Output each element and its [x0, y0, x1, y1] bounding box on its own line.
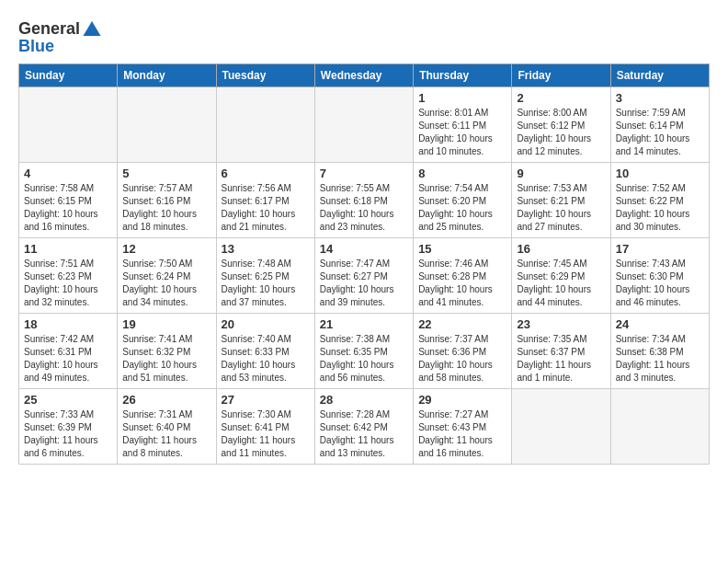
day-detail: Sunrise: 7:35 AMSunset: 6:37 PMDaylight:…	[517, 333, 605, 385]
logo-blue: Blue	[18, 37, 102, 56]
day-number: 12	[122, 242, 210, 256]
day-cell: 9Sunrise: 7:53 AMSunset: 6:21 PMDaylight…	[512, 163, 610, 238]
day-cell: 1Sunrise: 8:01 AMSunset: 6:11 PMDaylight…	[414, 87, 512, 163]
day-number: 8	[418, 167, 506, 180]
day-number: 17	[616, 242, 704, 256]
header-saturday: Saturday	[610, 64, 709, 87]
logo-container: General Blue	[18, 18, 102, 56]
day-cell: 27Sunrise: 7:30 AMSunset: 6:41 PMDayligh…	[216, 389, 314, 465]
day-detail: Sunrise: 7:55 AMSunset: 6:18 PMDaylight:…	[320, 182, 408, 234]
day-cell: 28Sunrise: 7:28 AMSunset: 6:42 PMDayligh…	[314, 389, 413, 465]
svg-marker-0	[84, 21, 101, 36]
day-number: 6	[222, 167, 310, 180]
day-number: 11	[24, 242, 112, 256]
day-cell: 10Sunrise: 7:52 AMSunset: 6:22 PMDayligh…	[610, 163, 709, 238]
day-detail: Sunrise: 7:58 AMSunset: 6:15 PMDaylight:…	[24, 182, 112, 234]
day-number: 18	[24, 317, 112, 331]
day-number: 10	[616, 167, 704, 180]
day-number: 26	[122, 393, 210, 407]
day-detail: Sunrise: 7:34 AMSunset: 6:38 PMDaylight:…	[616, 333, 704, 385]
day-cell: 17Sunrise: 7:43 AMSunset: 6:30 PMDayligh…	[610, 238, 709, 314]
day-detail: Sunrise: 8:01 AMSunset: 6:11 PMDaylight:…	[418, 107, 506, 158]
day-cell: 6Sunrise: 7:56 AMSunset: 6:17 PMDaylight…	[216, 163, 314, 238]
day-number: 4	[24, 167, 112, 180]
day-detail: Sunrise: 7:50 AMSunset: 6:24 PMDaylight:…	[122, 258, 210, 309]
day-detail: Sunrise: 7:48 AMSunset: 6:25 PMDaylight:…	[222, 258, 310, 309]
logo-triangle-icon	[82, 18, 102, 39]
day-cell: 13Sunrise: 7:48 AMSunset: 6:25 PMDayligh…	[216, 238, 314, 314]
day-number: 24	[616, 317, 704, 331]
day-detail: Sunrise: 8:00 AMSunset: 6:12 PMDaylight:…	[517, 107, 605, 158]
day-number: 21	[320, 317, 408, 331]
day-number: 1	[418, 91, 506, 105]
day-detail: Sunrise: 7:45 AMSunset: 6:29 PMDaylight:…	[517, 258, 605, 309]
day-number: 5	[122, 167, 210, 180]
day-detail: Sunrise: 7:30 AMSunset: 6:41 PMDaylight:…	[222, 408, 310, 460]
day-number: 15	[418, 242, 506, 256]
day-detail: Sunrise: 7:41 AMSunset: 6:32 PMDaylight:…	[122, 333, 210, 385]
week-row-4: 25Sunrise: 7:33 AMSunset: 6:39 PMDayligh…	[19, 389, 710, 465]
header-friday: Friday	[512, 64, 610, 87]
day-detail: Sunrise: 7:43 AMSunset: 6:30 PMDaylight:…	[616, 258, 704, 309]
day-detail: Sunrise: 7:57 AMSunset: 6:16 PMDaylight:…	[122, 182, 210, 234]
day-detail: Sunrise: 7:33 AMSunset: 6:39 PMDaylight:…	[24, 408, 112, 460]
day-number: 23	[517, 317, 605, 331]
day-cell: 20Sunrise: 7:40 AMSunset: 6:33 PMDayligh…	[216, 314, 314, 389]
day-number: 22	[418, 317, 506, 331]
day-number: 16	[517, 242, 605, 256]
day-number: 19	[122, 317, 210, 331]
week-row-1: 4Sunrise: 7:58 AMSunset: 6:15 PMDaylight…	[19, 163, 710, 238]
day-cell: 25Sunrise: 7:33 AMSunset: 6:39 PMDayligh…	[19, 389, 118, 465]
day-cell	[19, 87, 118, 163]
day-cell: 22Sunrise: 7:37 AMSunset: 6:36 PMDayligh…	[414, 314, 512, 389]
logo-general: General	[18, 19, 80, 39]
day-cell: 18Sunrise: 7:42 AMSunset: 6:31 PMDayligh…	[19, 314, 118, 389]
calendar-table: SundayMondayTuesdayWednesdayThursdayFrid…	[18, 63, 710, 465]
day-cell	[118, 87, 216, 163]
day-detail: Sunrise: 7:40 AMSunset: 6:33 PMDaylight:…	[222, 333, 310, 385]
day-detail: Sunrise: 7:42 AMSunset: 6:31 PMDaylight:…	[24, 333, 112, 385]
day-detail: Sunrise: 7:47 AMSunset: 6:27 PMDaylight:…	[320, 258, 408, 309]
day-number: 7	[320, 167, 408, 180]
day-cell: 8Sunrise: 7:54 AMSunset: 6:20 PMDaylight…	[414, 163, 512, 238]
header-sunday: Sunday	[19, 64, 118, 87]
day-cell: 5Sunrise: 7:57 AMSunset: 6:16 PMDaylight…	[118, 163, 216, 238]
day-number: 2	[517, 91, 605, 105]
day-number: 9	[517, 167, 605, 180]
day-number: 3	[616, 91, 704, 105]
day-cell: 12Sunrise: 7:50 AMSunset: 6:24 PMDayligh…	[118, 238, 216, 314]
week-row-2: 11Sunrise: 7:51 AMSunset: 6:23 PMDayligh…	[19, 238, 710, 314]
day-cell	[512, 389, 610, 465]
day-cell: 2Sunrise: 8:00 AMSunset: 6:12 PMDaylight…	[512, 87, 610, 163]
header: General Blue	[18, 15, 710, 56]
day-cell	[314, 87, 413, 163]
day-cell: 21Sunrise: 7:38 AMSunset: 6:35 PMDayligh…	[314, 314, 413, 389]
day-number: 28	[320, 393, 408, 407]
day-number: 27	[222, 393, 310, 407]
week-row-0: 1Sunrise: 8:01 AMSunset: 6:11 PMDaylight…	[19, 87, 710, 163]
day-cell: 19Sunrise: 7:41 AMSunset: 6:32 PMDayligh…	[118, 314, 216, 389]
header-row: SundayMondayTuesdayWednesdayThursdayFrid…	[19, 64, 710, 87]
day-number: 14	[320, 242, 408, 256]
day-detail: Sunrise: 7:59 AMSunset: 6:14 PMDaylight:…	[616, 107, 704, 158]
day-number: 29	[418, 393, 506, 407]
header-wednesday: Wednesday	[314, 64, 413, 87]
header-tuesday: Tuesday	[216, 64, 314, 87]
week-row-3: 18Sunrise: 7:42 AMSunset: 6:31 PMDayligh…	[19, 314, 710, 389]
day-detail: Sunrise: 7:38 AMSunset: 6:35 PMDaylight:…	[320, 333, 408, 385]
day-number: 25	[24, 393, 112, 407]
day-cell: 14Sunrise: 7:47 AMSunset: 6:27 PMDayligh…	[314, 238, 413, 314]
day-cell: 29Sunrise: 7:27 AMSunset: 6:43 PMDayligh…	[414, 389, 512, 465]
day-number: 20	[222, 317, 310, 331]
day-cell: 24Sunrise: 7:34 AMSunset: 6:38 PMDayligh…	[610, 314, 709, 389]
day-cell: 23Sunrise: 7:35 AMSunset: 6:37 PMDayligh…	[512, 314, 610, 389]
day-detail: Sunrise: 7:28 AMSunset: 6:42 PMDaylight:…	[320, 408, 408, 460]
day-detail: Sunrise: 7:53 AMSunset: 6:21 PMDaylight:…	[517, 182, 605, 234]
day-detail: Sunrise: 7:54 AMSunset: 6:20 PMDaylight:…	[418, 182, 506, 234]
logo: General Blue	[18, 18, 102, 56]
day-cell: 16Sunrise: 7:45 AMSunset: 6:29 PMDayligh…	[512, 238, 610, 314]
day-detail: Sunrise: 7:56 AMSunset: 6:17 PMDaylight:…	[222, 182, 310, 234]
day-cell: 26Sunrise: 7:31 AMSunset: 6:40 PMDayligh…	[118, 389, 216, 465]
page: General Blue SundayMondayTuesdayWednesda…	[0, 0, 728, 474]
day-cell: 7Sunrise: 7:55 AMSunset: 6:18 PMDaylight…	[314, 163, 413, 238]
